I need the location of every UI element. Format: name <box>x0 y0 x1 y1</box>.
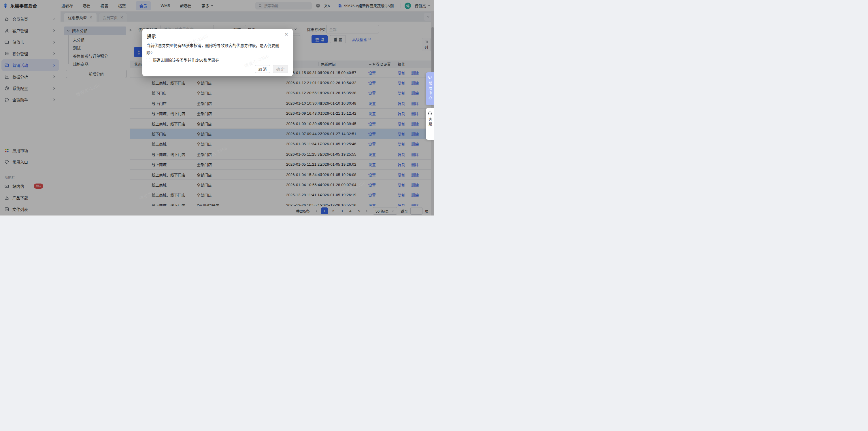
headset-icon <box>428 111 432 116</box>
help-center-tab[interactable]: 帮助中心 <box>426 72 434 105</box>
help-center-label: 帮助中心 <box>428 82 432 100</box>
customer-service-label: 客服 <box>428 118 432 127</box>
dialog-message: 当前优惠券类型仍有56张未核销，删除将导致顾客的优惠券作废，是否仍要删除? <box>146 42 280 57</box>
customer-service-tab[interactable]: 客服 <box>426 108 434 140</box>
confirm-delete-checkbox-label: 我确认删除该券类型并作废56张优惠券 <box>152 57 219 63</box>
confirm-button[interactable]: 确定 <box>273 65 288 73</box>
confirm-delete-dialog: 傅俊杰-2356 傅俊杰-2356 提示 ✕ 当前优惠券类型仍有56张未核销，删… <box>142 29 293 76</box>
cancel-button[interactable]: 取消 <box>255 65 270 73</box>
close-icon[interactable]: ✕ <box>284 32 288 37</box>
help-chat-icon <box>428 75 432 80</box>
confirm-delete-checkbox[interactable] <box>146 58 150 62</box>
dialog-title: 提示 <box>147 33 156 39</box>
